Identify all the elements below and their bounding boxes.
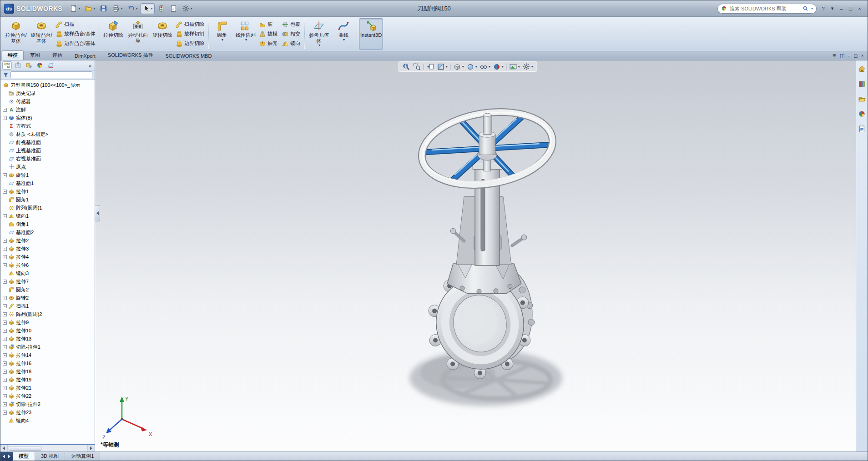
ribbon-swept-boss-button[interactable]: 扫描	[55, 20, 98, 29]
graphics-area[interactable]: ▾▾▾▾▾▾▾ Y X Z *等轴测	[95, 60, 856, 451]
ribbon-fillet-button[interactable]: 圆角▾	[211, 18, 233, 50]
dropdown-arrow-icon[interactable]: ▾	[446, 65, 448, 69]
solidworks-resources-button[interactable]	[858, 65, 866, 75]
tree-expander[interactable]: +	[3, 263, 7, 267]
tree-expander[interactable]: +	[3, 337, 7, 341]
tab-scroll-left-button[interactable]	[2, 455, 5, 458]
tree-item[interactable]: +拉伸14	[2, 351, 95, 359]
tab-草图[interactable]: 草图	[24, 50, 46, 60]
print-button[interactable]: ▾	[110, 3, 124, 14]
ribbon-curves-button[interactable]: 曲线▾	[332, 18, 355, 50]
tree-item[interactable]: +拉伸16	[2, 359, 95, 367]
tree-expander[interactable]: +	[3, 108, 7, 112]
edit-appearance-button[interactable]: ▾	[492, 62, 505, 71]
appearances-scenes-button[interactable]	[858, 110, 866, 120]
valve-3d-model[interactable]	[95, 60, 856, 451]
dropdown-arrow-icon[interactable]: ▾	[462, 65, 464, 69]
dropdown-arrow-icon[interactable]: ▾	[78, 7, 80, 10]
dropdown-arrow-icon[interactable]: ▾	[245, 38, 247, 42]
custom-properties-button[interactable]	[858, 125, 866, 135]
apply-scene-button[interactable]: ▾	[509, 62, 521, 71]
section-view-button[interactable]: ▾	[436, 62, 449, 71]
tree-expander[interactable]: +	[3, 247, 7, 251]
new-document-button[interactable]: ▾	[68, 3, 82, 14]
tree-item[interactable]: +拉伸23	[2, 408, 95, 416]
panel-splitter-handle[interactable]	[95, 205, 100, 221]
tree-horizontal-scrollbar[interactable]	[0, 445, 95, 451]
dropdown-arrow-icon[interactable]: ▾	[502, 65, 504, 69]
ribbon-instant3d-button[interactable]: Instant3D	[359, 18, 383, 50]
tree-item[interactable]: +拉伸19	[2, 376, 95, 384]
tree-item[interactable]: +拉伸7	[2, 277, 95, 286]
help-search-box[interactable]: ▾	[717, 4, 817, 14]
save-button[interactable]	[98, 3, 109, 14]
tree-expander[interactable]: +	[3, 312, 7, 316]
file-explorer-button[interactable]	[858, 95, 866, 105]
tree-item[interactable]: 阵列(圆周)1	[2, 204, 95, 212]
tree-item[interactable]: +拉伸2	[2, 236, 95, 245]
tree-item[interactable]: 前视基准面	[2, 138, 95, 146]
ribbon-intersect-button[interactable]: 相交	[281, 30, 303, 39]
ribbon-hole-wizard-button[interactable]: 异型孔向导	[126, 18, 150, 50]
view-settings-button[interactable]: ▾	[522, 62, 534, 71]
tree-item[interactable]: +拉伸1	[2, 187, 95, 195]
restore-window-button[interactable]: ◻	[846, 5, 855, 13]
tree-item[interactable]: 方程式	[2, 122, 95, 130]
dropdown-arrow-icon[interactable]: ▾	[318, 44, 320, 47]
dropdown-arrow-icon[interactable]: ▾	[136, 7, 138, 10]
tree-expander[interactable]: +	[3, 386, 7, 390]
panel-tab-featuremanager[interactable]	[2, 61, 12, 70]
close-document-button[interactable]: ×	[861, 53, 864, 58]
tree-item[interactable]: +拉伸22	[2, 392, 95, 400]
tree-item[interactable]: 上视基准面	[2, 146, 95, 155]
tree-item[interactable]: 传感器	[2, 97, 95, 105]
tree-expander[interactable]: +	[3, 361, 7, 366]
tree-item[interactable]: +拉伸6	[2, 261, 95, 269]
dropdown-arrow-icon[interactable]: ▾	[489, 65, 490, 69]
tree-item[interactable]: +拉伸9	[2, 318, 95, 326]
ribbon-reference-geometry-button[interactable]: 参考几何体▾	[307, 18, 331, 50]
bottom-tab-3D 视图[interactable]: 3D 视图	[35, 452, 65, 461]
tree-expander[interactable]: +	[3, 353, 7, 357]
tree-filter-input[interactable]	[10, 71, 92, 78]
tree-item[interactable]: 材质 <未指定>	[2, 130, 95, 138]
bottom-tab-运动算例1[interactable]: 运动算例1	[65, 452, 100, 461]
tab-scroll-right-button[interactable]	[8, 455, 11, 458]
scrollbar-track[interactable]	[8, 445, 87, 451]
tree-expander[interactable]: +	[3, 214, 7, 218]
tree-item[interactable]: 圆角2	[2, 286, 95, 294]
tree-expander[interactable]: +	[3, 280, 7, 284]
tree-expander[interactable]: +	[3, 378, 7, 382]
tree-item[interactable]: +阵列(圆周)2	[2, 310, 95, 318]
panel-tab-configurationmanager[interactable]	[24, 61, 34, 70]
ribbon-boundary-boss-button[interactable]: 边界凸台/基体	[55, 39, 98, 48]
tree-expander[interactable]: +	[3, 190, 7, 194]
file-properties-button[interactable]	[168, 3, 179, 14]
tree-item[interactable]: +切除-拉伸1	[2, 343, 95, 351]
tree-item[interactable]: 基准面2	[2, 228, 95, 236]
tree-item[interactable]: +拉伸4	[2, 253, 95, 261]
dropdown-arrow-icon[interactable]: ▾	[121, 7, 122, 10]
scrollbar-thumb[interactable]	[9, 446, 41, 451]
dropdown-arrow-icon[interactable]: ▾	[475, 65, 477, 69]
previous-view-button[interactable]	[426, 62, 435, 71]
tree-expander[interactable]: +	[3, 345, 7, 349]
tree-item[interactable]: 基准面1	[2, 179, 95, 187]
tab-评估[interactable]: 评估	[46, 50, 68, 60]
tree-item[interactable]: +旋转1	[2, 171, 95, 179]
tree-expander[interactable]: +	[3, 402, 7, 406]
tree-item[interactable]: 镜向4	[2, 416, 95, 425]
tree-item[interactable]: +镜向1	[2, 212, 95, 220]
ribbon-shell-button[interactable]: 抽壳	[258, 39, 280, 48]
view-orientation-button[interactable]: ▾	[453, 62, 465, 71]
bottom-tab-模型[interactable]: 模型	[13, 452, 35, 461]
zoom-area-button[interactable]	[412, 62, 422, 71]
tab-DimXpert[interactable]: DimXpert	[69, 52, 101, 60]
tree-item[interactable]: +实体(8)	[2, 114, 95, 122]
ribbon-mirror-button[interactable]: 镜向	[281, 39, 303, 48]
ribbon-linear-pattern-button[interactable]: 线性阵列▾	[234, 18, 257, 50]
panel-tab-propertymanager[interactable]	[13, 61, 23, 70]
search-scope-dropdown-icon[interactable]: ▾	[811, 7, 813, 10]
options-button[interactable]: ▾	[180, 3, 194, 14]
minimize-document-button[interactable]: –	[848, 53, 850, 58]
